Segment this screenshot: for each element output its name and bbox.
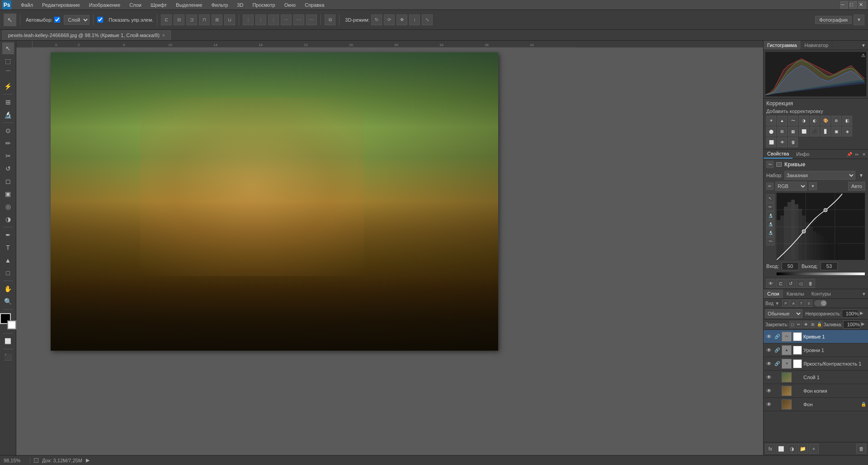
layers-tab-paths[interactable]: Контуры xyxy=(808,289,835,298)
gradient-tool[interactable]: ▣ xyxy=(2,188,14,200)
layer-select[interactable]: Слой xyxy=(64,15,90,25)
crop-tool[interactable]: ⊞ xyxy=(2,96,14,108)
delete-layer-btn[interactable]: 🗑 xyxy=(856,444,866,454)
curves-edit-btn[interactable]: ✏ xyxy=(766,183,774,190)
shape-tool[interactable]: □ xyxy=(2,267,14,279)
path-select-tool[interactable]: ▲ xyxy=(2,254,14,266)
workspace-label[interactable]: Фотография xyxy=(815,16,852,24)
opacity-input[interactable] xyxy=(842,310,859,318)
status-arrow[interactable]: ▶ xyxy=(86,457,90,463)
layer-link-bg[interactable] xyxy=(774,401,780,408)
distribute-m-btn[interactable]: ⋯ xyxy=(293,14,304,25)
align-bottom-btn[interactable]: ⊔ xyxy=(224,14,235,25)
add-mask-btn[interactable]: ⬜ xyxy=(776,444,786,454)
curves-btn[interactable]: 〜 xyxy=(788,116,798,126)
layer-vis-levels1[interactable]: 👁 xyxy=(765,347,773,354)
auto-btn[interactable]: Авто xyxy=(848,182,865,191)
filter-type-btn[interactable]: T xyxy=(797,300,805,307)
color-balance-btn[interactable]: ⊕ xyxy=(831,116,841,126)
preset-options-btn[interactable]: ▼ xyxy=(857,171,865,179)
eyedropper-tool[interactable]: 🔬 xyxy=(2,109,14,121)
filter-shape-btn[interactable]: S xyxy=(805,300,812,307)
3d-scale-btn[interactable]: ⤡ xyxy=(422,14,433,25)
distribute-r-btn[interactable]: ⋮ xyxy=(268,14,279,25)
menu-window[interactable]: Окно xyxy=(283,1,298,9)
menu-image[interactable]: Изображение xyxy=(87,1,122,9)
curves-foot-clip-btn[interactable]: ⊏ xyxy=(776,279,785,288)
pen-tool[interactable]: ✒ xyxy=(2,229,14,241)
posterize-btn[interactable]: ⬛ xyxy=(810,127,820,136)
close-btn[interactable]: ✕ xyxy=(859,1,866,9)
show-controls-checkbox[interactable] xyxy=(97,17,103,23)
menu-3d[interactable]: 3D xyxy=(235,1,245,9)
opacity-arrow-btn[interactable]: ▶ xyxy=(860,310,866,317)
gradient-map-btn[interactable]: ▣ xyxy=(831,127,841,136)
lasso-tool[interactable]: ⌒ xyxy=(2,68,14,80)
3d-rotate-btn[interactable]: ↻ xyxy=(371,14,382,25)
exposure-btn[interactable]: ◑ xyxy=(799,116,809,126)
align-left-btn[interactable]: ⊏ xyxy=(161,14,172,25)
layer-item-bg[interactable]: 👁 Фон 🔒 xyxy=(764,398,868,411)
background-color[interactable] xyxy=(7,320,16,329)
document-tab[interactable]: pexels-leah-kelley-2466668.jpg @ 98.1% (… xyxy=(2,30,171,40)
menu-select[interactable]: Выделение xyxy=(174,1,204,9)
eraser-tool[interactable]: ◻ xyxy=(2,175,14,187)
fx-btn[interactable]: fx xyxy=(765,444,775,454)
brush-tool[interactable]: ✏ xyxy=(2,137,14,149)
bw-btn[interactable]: ◧ xyxy=(842,116,852,126)
curves-eyedrop2-btn[interactable]: 🔬 xyxy=(766,220,774,228)
status-info-icon[interactable]: i xyxy=(34,458,38,463)
menu-layers[interactable]: Слои xyxy=(127,1,143,9)
layer-link-brightness1[interactable]: 🔗 xyxy=(774,361,780,367)
distribute-b-btn[interactable]: ⋯ xyxy=(306,14,317,25)
layer-item-bg-copy[interactable]: 👁 Фон копия xyxy=(764,384,868,398)
move-tool-btn[interactable]: ↖ xyxy=(4,14,16,26)
layers-options-btn[interactable]: ▼ xyxy=(861,291,867,297)
prop-tab-properties[interactable]: Свойства xyxy=(764,150,793,159)
history-brush-tool[interactable]: ↺ xyxy=(2,163,14,174)
screen-mode-btn[interactable]: ⬛ xyxy=(2,351,14,363)
curves-visibility-btn[interactable] xyxy=(775,161,783,168)
3d-roll-btn[interactable]: ⟳ xyxy=(384,14,395,25)
color-lookup-btn[interactable]: ▦ xyxy=(788,127,798,136)
arrange-btn[interactable]: ⧉ xyxy=(325,14,335,25)
layer-item-curves1[interactable]: 👁 🔗 〜 Кривые 1 xyxy=(764,330,868,343)
distribute-l-btn[interactable]: ⋮ xyxy=(243,14,254,25)
workspace-switcher-btn[interactable]: ▼ xyxy=(854,14,864,25)
magic-wand-tool[interactable]: ⚡ xyxy=(2,80,14,92)
fg-bg-colors[interactable] xyxy=(0,313,16,329)
spot-heal-tool[interactable]: ⊙ xyxy=(2,125,14,136)
properties-expand-btn[interactable]: ⇔ xyxy=(854,151,860,157)
hsl-btn[interactable]: 🎨 xyxy=(821,116,830,126)
lock-pixels-btn[interactable]: ✏ xyxy=(796,321,802,328)
fill-input[interactable] xyxy=(843,320,860,329)
clone-stamp-tool[interactable]: ✂ xyxy=(2,150,14,162)
menu-help[interactable]: Справка xyxy=(303,1,326,9)
layer-item-brightness1[interactable]: 👁 🔗 ☀ Яркость/Контрастность 1 xyxy=(764,357,868,371)
menu-filter[interactable]: Фильтр xyxy=(209,1,230,9)
prop-tab-info[interactable]: Инфо xyxy=(793,150,813,158)
curves-eyedrop3-btn[interactable]: 🔬 xyxy=(766,229,774,237)
align-middle-h-btn[interactable]: ⊞ xyxy=(212,14,222,25)
brightness-contrast-btn[interactable]: ☀ xyxy=(766,116,776,126)
layer-vis-brightness1[interactable]: 👁 xyxy=(765,360,773,367)
curves-eyedrop-btn[interactable]: 🔬 xyxy=(766,211,774,220)
hand-tool[interactable]: ✋ xyxy=(2,283,14,295)
output-value[interactable] xyxy=(821,262,838,270)
curves-icon[interactable]: 〜 xyxy=(766,161,774,168)
tab-close-btn[interactable]: × xyxy=(162,33,165,38)
blur-tool[interactable]: ◎ xyxy=(2,201,14,212)
layer-item-layer1[interactable]: 👁 Слой 1 xyxy=(764,371,868,384)
levels-btn[interactable]: ▲ xyxy=(777,116,787,126)
tab-navigator[interactable]: Навигатор xyxy=(801,41,833,50)
view-dropdown-btn[interactable]: ▼ xyxy=(774,300,780,306)
add-layer-btn[interactable]: + xyxy=(809,444,819,454)
layers-tab-layers[interactable]: Слои xyxy=(764,289,783,298)
minimize-btn[interactable]: ─ xyxy=(840,1,848,9)
curves-smooth-btn[interactable]: 〜 xyxy=(766,237,774,245)
delete-corr-btn[interactable]: 🗑 xyxy=(788,137,798,147)
clip-to-layer-btn[interactable]: ⬜ xyxy=(766,137,776,147)
channel-expand-btn[interactable]: ▼ xyxy=(809,182,817,190)
zoom-tool[interactable]: 🔍 xyxy=(2,296,14,307)
layer-item-levels1[interactable]: 👁 🔗 ▲ Уровни 1 xyxy=(764,343,868,357)
